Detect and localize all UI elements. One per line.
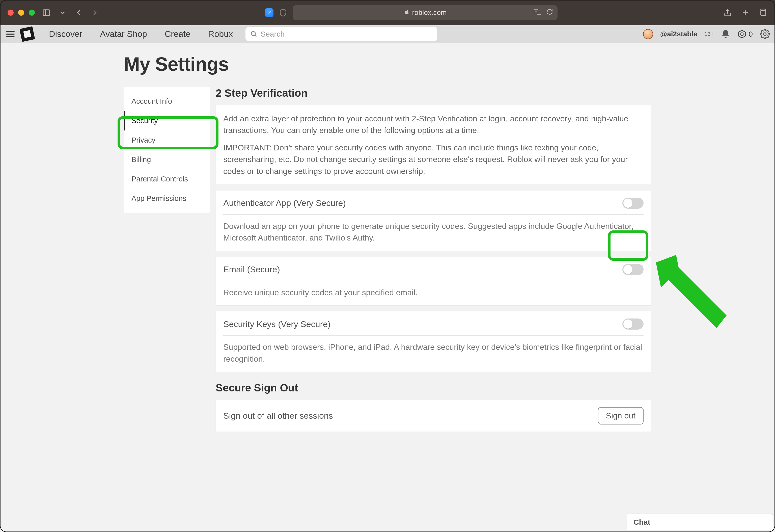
robux-count: 0 bbox=[749, 30, 753, 38]
svg-point-12 bbox=[741, 33, 743, 35]
option-label: Authenticator App (Very Secure) bbox=[223, 198, 346, 208]
sidebar-item-security[interactable]: Security bbox=[124, 111, 210, 130]
sidebar-item-account-info[interactable]: Account Info bbox=[124, 92, 210, 111]
chevron-down-icon[interactable] bbox=[58, 8, 67, 17]
sidebar-item-label: Privacy bbox=[131, 136, 155, 144]
tabs-overview-icon[interactable] bbox=[758, 8, 767, 17]
option-email: Email (Secure) Receive unique security c… bbox=[216, 257, 651, 306]
signout-label: Sign out of all other sessions bbox=[223, 411, 333, 421]
username-label[interactable]: @ai2stable bbox=[660, 30, 697, 38]
two-step-intro-card: Add an extra layer of protection to your… bbox=[216, 105, 651, 184]
svg-rect-3 bbox=[537, 11, 541, 14]
sidebar-toggle-icon[interactable] bbox=[42, 8, 51, 17]
svg-point-9 bbox=[251, 32, 255, 36]
sidebar-item-parental-controls[interactable]: Parental Controls bbox=[124, 169, 210, 189]
svg-marker-11 bbox=[739, 30, 745, 38]
secure-signout-card: Sign out of all other sessions Sign out bbox=[216, 400, 651, 432]
new-tab-icon[interactable] bbox=[741, 8, 750, 17]
sidebar-item-app-permissions[interactable]: App Permissions bbox=[124, 189, 210, 208]
robux-icon bbox=[737, 30, 747, 39]
settings-gear-icon[interactable] bbox=[760, 29, 770, 39]
svg-text:A: A bbox=[535, 10, 537, 12]
nav-create[interactable]: Create bbox=[165, 29, 190, 39]
search-icon bbox=[250, 30, 257, 38]
hamburger-menu-icon[interactable] bbox=[5, 29, 16, 39]
svg-point-13 bbox=[764, 33, 766, 35]
url-bar[interactable]: roblox.com A bbox=[293, 5, 558, 20]
close-window-icon[interactable] bbox=[8, 10, 14, 16]
email-toggle[interactable] bbox=[622, 264, 644, 275]
sidebar-item-privacy[interactable]: Privacy bbox=[124, 130, 210, 150]
search-box[interactable] bbox=[245, 27, 437, 41]
sidebar-item-label: Parental Controls bbox=[131, 175, 188, 183]
settings-sidebar: Account Info Security Privacy Billing Pa… bbox=[124, 87, 210, 213]
option-desc: Receive unique security codes at your sp… bbox=[223, 287, 644, 298]
svg-rect-8 bbox=[761, 11, 766, 16]
window-controls bbox=[8, 10, 35, 16]
tracking-shield-icon[interactable] bbox=[278, 8, 287, 17]
nav-robux[interactable]: Robux bbox=[208, 29, 233, 39]
option-authenticator-app: Authenticator App (Very Secure) Download… bbox=[216, 190, 651, 251]
page-title: My Settings bbox=[124, 53, 651, 75]
annotation-arrow-icon bbox=[646, 252, 732, 333]
top-nav: Discover Avatar Shop Create Robux @ai2st… bbox=[0, 25, 775, 43]
back-button[interactable] bbox=[74, 8, 83, 17]
sidebar-item-label: Account Info bbox=[131, 97, 172, 105]
robux-balance[interactable]: 0 bbox=[737, 30, 753, 39]
forward-button bbox=[90, 8, 99, 17]
roblox-logo-icon[interactable] bbox=[19, 26, 35, 42]
option-security-keys: Security Keys (Very Secure) Supported on… bbox=[216, 312, 651, 372]
sidebar-item-label: Security bbox=[131, 117, 158, 125]
search-input[interactable] bbox=[260, 30, 433, 38]
browser-chrome: roblox.com A bbox=[0, 0, 775, 25]
two-step-heading: 2 Step Verification bbox=[216, 87, 651, 99]
svg-line-10 bbox=[255, 35, 256, 37]
age-badge: 13+ bbox=[704, 31, 714, 37]
option-label: Security Keys (Very Secure) bbox=[223, 319, 330, 329]
chat-bar[interactable]: Chat bbox=[627, 514, 773, 530]
two-step-intro-2: IMPORTANT: Don't share your security cod… bbox=[223, 142, 644, 177]
lock-icon bbox=[404, 9, 410, 16]
authenticator-toggle[interactable] bbox=[622, 197, 644, 209]
sign-out-button[interactable]: Sign out bbox=[598, 407, 644, 425]
translate-icon[interactable]: A bbox=[534, 9, 541, 17]
url-host-text: roblox.com bbox=[412, 9, 447, 17]
option-desc: Download an app on your phone to generat… bbox=[223, 220, 644, 244]
sidebar-item-label: App Permissions bbox=[131, 194, 186, 202]
privacy-shield-icon[interactable] bbox=[265, 8, 273, 17]
minimize-window-icon[interactable] bbox=[18, 10, 24, 16]
svg-rect-0 bbox=[43, 10, 50, 16]
option-label: Email (Secure) bbox=[223, 264, 280, 274]
two-step-intro-1: Add an extra layer of protection to your… bbox=[223, 113, 644, 136]
secure-signout-heading: Secure Sign Out bbox=[216, 382, 651, 394]
sidebar-item-billing[interactable]: Billing bbox=[124, 150, 210, 169]
svg-marker-14 bbox=[656, 255, 727, 328]
security-keys-toggle[interactable] bbox=[622, 319, 644, 330]
chat-label: Chat bbox=[634, 518, 650, 526]
fullscreen-window-icon[interactable] bbox=[29, 10, 35, 16]
reload-icon[interactable] bbox=[547, 9, 553, 17]
sidebar-item-label: Billing bbox=[131, 155, 151, 163]
notifications-icon[interactable] bbox=[721, 29, 730, 39]
nav-avatar-shop[interactable]: Avatar Shop bbox=[100, 29, 147, 39]
avatar[interactable] bbox=[643, 29, 653, 39]
option-desc: Supported on web browsers, iPhone, and i… bbox=[223, 341, 644, 365]
share-icon[interactable] bbox=[723, 8, 732, 17]
nav-discover[interactable]: Discover bbox=[49, 29, 82, 39]
